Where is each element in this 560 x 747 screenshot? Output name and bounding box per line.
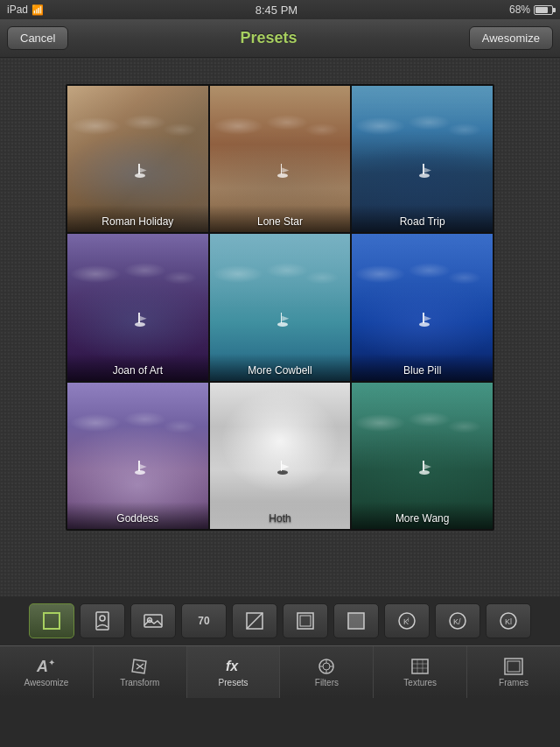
preset-roman-holiday[interactable]: Roman Holiday [67,86,208,232]
wifi-icon: 📶 [32,4,44,16]
awesomize-tab-icon: A ✦ [34,658,59,675]
tab-transform[interactable]: Transform [94,646,187,698]
svg-text:K/: K/ [453,617,461,626]
svg-rect-8 [348,613,364,629]
tab-frames[interactable]: Frames [467,646,560,698]
textures-tab-icon [408,658,432,675]
white-box-button[interactable] [333,603,379,638]
svg-point-21 [323,663,330,670]
preset-label-more-wang: More Wang [352,502,493,529]
battery-label: 68% [509,4,530,16]
svg-text:✦: ✦ [48,658,55,667]
svg-text:Kl: Kl [505,617,512,626]
preset-label-blue-pill: Blue Pill [352,354,493,381]
presets-tab-label: Presets [219,678,248,687]
preset-lone-star[interactable]: Lone Star [210,86,351,232]
diagonal-button[interactable] [232,603,277,638]
crop-square-button[interactable] [29,603,74,638]
device-label: iPad [7,4,28,16]
tab-awesomize[interactable]: A ✦ Awesomize [0,646,94,698]
cancel-button[interactable]: Cancel [7,26,68,50]
preset-label-hoth: Hoth [210,502,351,529]
portrait-button[interactable] [80,603,125,638]
landscape-button[interactable] [130,603,176,638]
k2-button[interactable]: K/ [435,603,480,638]
bottom-tabs: A ✦ Awesomize Transform fx Presets [0,645,560,698]
presets-tab-icon: fx [221,658,246,675]
filters-tab-icon [314,658,339,675]
preset-more-cowbell[interactable]: More Cowbell [210,234,351,380]
status-time: 8:45 PM [256,4,298,17]
filters-tab-label: Filters [315,678,339,687]
svg-point-2 [100,616,105,621]
preset-label-more-cowbell: More Cowbell [210,354,351,381]
preset-joan-of-art[interactable]: Joan of Art [67,234,208,380]
70-label: 70 [198,615,209,627]
svg-rect-26 [412,659,428,673]
preset-more-wang[interactable]: More Wang [352,383,493,529]
70-button[interactable]: 70 [181,603,227,638]
svg-rect-32 [508,661,520,672]
transform-tab-icon [128,658,152,675]
status-right: 68% [509,4,553,16]
svg-text:A: A [36,658,48,675]
tab-presets[interactable]: fx Presets [187,646,281,698]
preset-label-roman-holiday: Roman Holiday [67,205,208,232]
status-left: iPad 📶 [7,4,44,16]
textures-tab-label: Textures [403,678,437,687]
frame-box-button[interactable] [283,603,328,638]
preset-road-trip[interactable]: Road Trip [352,86,493,232]
svg-text:i: i [408,617,410,623]
preset-label-joan-of-art: Joan of Art [67,354,208,381]
preset-label-goddess: Goddess [67,502,208,529]
presets-grid: Roman Holiday Lone Star Road Trip Joan o… [66,84,494,531]
awesomize-button[interactable]: Awesomize [469,26,553,50]
frames-tab-label: Frames [499,678,528,687]
battery-icon [534,5,553,15]
svg-rect-0 [44,613,60,629]
page-title: Presets [241,29,298,47]
preset-label-road-trip: Road Trip [352,205,493,232]
preset-blue-pill[interactable]: Blue Pill [352,234,493,380]
k3-button[interactable]: Kl [486,603,531,638]
tool-icons-row: 70 K i K/ Kl [0,596,560,645]
transform-tab-label: Transform [120,678,159,687]
awesomize-tab-label: Awesomize [24,678,68,687]
nav-bar: Cancel Presets Awesomize [0,19,560,58]
preset-label-lone-star: Lone Star [210,205,351,232]
svg-rect-7 [300,616,311,626]
k1-button[interactable]: K i [384,603,430,638]
preset-goddess[interactable]: Goddess [67,383,208,529]
tab-filters[interactable]: Filters [280,646,374,698]
frames-tab-icon [501,658,526,675]
svg-text:fx: fx [226,659,239,673]
status-bar: iPad 📶 8:45 PM 68% [0,0,560,19]
tab-textures[interactable]: Textures [374,646,467,698]
main-content: Roman Holiday Lone Star Road Trip Joan o… [0,58,560,596]
preset-hoth[interactable]: Hoth [210,383,351,529]
